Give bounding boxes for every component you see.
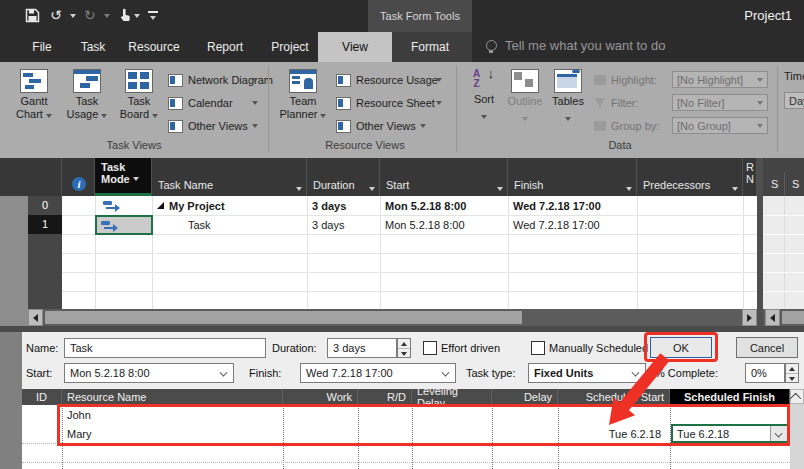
task-other-views-button[interactable]: Other Views <box>168 117 258 135</box>
task-name-cell[interactable]: Task <box>152 215 307 234</box>
filter-dropdown[interactable]: [No Filter] <box>672 94 768 111</box>
gantt-scroll-left-button[interactable] <box>765 309 780 326</box>
start-label: Start: <box>26 367 52 379</box>
team-planner-button[interactable]: Team Planner <box>276 66 330 138</box>
annotation-box-resources <box>57 404 790 446</box>
scroll-right-button[interactable] <box>742 309 757 326</box>
touch-mode-icon[interactable] <box>116 8 131 26</box>
resource-usage-button[interactable]: Resource Usage <box>336 71 442 89</box>
start-combo[interactable]: Mon 5.2.18 8:00 <box>64 363 234 383</box>
row-number[interactable]: 0 <box>28 196 62 216</box>
percent-complete-label: % Complete: <box>655 367 718 379</box>
duration-label: Duration: <box>272 342 317 354</box>
resource-column-header-scheduled-finish[interactable]: Scheduled Finish <box>670 389 790 405</box>
highlight-row: Highlight: <box>594 71 657 89</box>
duration-stepper[interactable] <box>397 338 411 358</box>
row-number-selected[interactable]: 1 <box>28 215 62 234</box>
group-by-dropdown[interactable]: [No Group] <box>672 117 768 134</box>
resource-column-header-delay[interactable]: Delay <box>492 389 558 405</box>
duration-cell[interactable]: 3 days <box>307 196 380 215</box>
finish-cell[interactable]: Wed 7.2.18 17:00 <box>508 215 637 234</box>
manually-scheduled-checkbox[interactable] <box>531 341 545 355</box>
gantt-chart-button[interactable]: Gantt Chart <box>8 66 60 138</box>
group-by-icon <box>594 121 606 131</box>
tab-view[interactable]: View <box>318 32 392 62</box>
effort-driven-checkbox[interactable] <box>423 341 437 355</box>
resource-column-header-scheduled-start[interactable]: Scheduled Start <box>558 389 670 405</box>
undo-dropdown-icon[interactable] <box>70 14 76 18</box>
h-scrollbar-thumb[interactable] <box>45 311 522 324</box>
resource-column-header-leveling-delay[interactable]: Leveling Delay <box>412 389 492 405</box>
column-header-predecessors[interactable]: Predecessors <box>637 158 743 196</box>
tab-resource[interactable]: Resource <box>112 32 196 62</box>
resource-sheet-caret-icon[interactable] <box>436 101 442 105</box>
cancel-button[interactable]: Cancel <box>736 337 798 358</box>
resource-scroll-up-button[interactable] <box>790 389 804 404</box>
tab-project[interactable]: Project <box>252 32 328 62</box>
pane-left-margin <box>0 196 28 326</box>
gantt-day-label: S <box>792 178 799 190</box>
resource-column-header-work[interactable]: Work <box>283 389 358 405</box>
finish-combo[interactable]: Wed 7.2.18 17:00 <box>300 363 456 383</box>
finish-cell[interactable]: Wed 7.2.18 17:00 <box>508 196 637 215</box>
task-mode-cell[interactable] <box>98 196 125 215</box>
column-header-info[interactable]: i <box>62 158 95 196</box>
task-board-icon <box>125 69 153 93</box>
document-title: Project1 <box>744 8 792 23</box>
contextual-tab-group-label: Task Form Tools <box>368 0 472 32</box>
sort-button[interactable]: AZ↓ Sort <box>466 66 502 138</box>
resource-usage-caret-icon[interactable] <box>436 78 442 82</box>
outline-button[interactable]: Outline <box>504 66 546 138</box>
save-icon[interactable] <box>25 8 40 26</box>
start-cell[interactable]: Mon 5.2.18 8:00 <box>380 196 508 215</box>
redo-icon[interactable]: ↻ <box>84 7 96 23</box>
percent-complete-input[interactable]: 0% <box>745 363 785 383</box>
task-type-combo[interactable]: Fixed Units <box>528 363 646 383</box>
resource-column-header-rd[interactable]: R/D <box>358 389 412 405</box>
duration-input[interactable]: 3 days <box>327 338 397 358</box>
gantt-chart-icon <box>20 69 48 93</box>
name-label: Name: <box>26 342 58 354</box>
customize-qat-caret-icon[interactable] <box>150 16 156 20</box>
column-header-duration[interactable]: Duration <box>307 158 380 196</box>
duration-cell[interactable]: 3 days <box>307 215 380 234</box>
select-all-corner[interactable] <box>0 158 62 196</box>
chevron-down-icon <box>632 369 640 377</box>
task-board-button[interactable]: Task Board <box>114 66 164 138</box>
task-usage-button[interactable]: Task Usage <box>62 66 112 138</box>
resource-sheet-button[interactable]: Resource Sheet <box>336 94 439 112</box>
column-header-task-name[interactable]: Task Name <box>152 158 307 196</box>
tab-report[interactable]: Report <box>188 32 262 62</box>
timescale-dropdown[interactable]: Days <box>784 92 804 109</box>
touch-mode-dropdown-icon[interactable] <box>134 14 140 18</box>
redo-dropdown-icon[interactable] <box>104 14 110 18</box>
undo-icon[interactable]: ↺ <box>50 7 62 23</box>
tables-button[interactable]: Tables <box>548 66 588 138</box>
column-header-finish[interactable]: Finish <box>508 158 637 196</box>
task-name-cell[interactable]: My Project <box>152 196 307 215</box>
effort-driven-label: Effort driven <box>441 342 500 354</box>
highlight-dropdown[interactable]: [No Highlight] <box>672 71 768 88</box>
name-input[interactable]: Task <box>64 338 266 358</box>
manually-scheduled-label: Manually Scheduled <box>549 342 648 354</box>
column-header-start[interactable]: Start <box>380 158 508 196</box>
customize-qat-icon[interactable] <box>148 11 158 13</box>
calendar-caret-icon[interactable] <box>252 101 258 105</box>
collapse-triangle-icon[interactable] <box>157 202 164 209</box>
tab-format[interactable]: Format <box>388 32 472 62</box>
calendar-button[interactable]: Calendar <box>168 94 237 112</box>
resource-column-header-id[interactable]: ID <box>22 389 62 405</box>
column-header-task-mode[interactable]: Task Mode <box>95 158 152 196</box>
gantt-h-scrollbar-thumb[interactable] <box>782 311 804 324</box>
resource-column-header-name[interactable]: Resource Name <box>62 389 283 405</box>
tell-me-box[interactable]: Tell me what you want to do <box>486 38 665 53</box>
scroll-left-button[interactable] <box>28 309 43 326</box>
resource-other-views-button[interactable]: Other Views <box>336 117 426 135</box>
percent-complete-stepper[interactable] <box>785 363 799 383</box>
start-cell[interactable]: Mon 5.2.18 8:00 <box>380 215 508 234</box>
network-diagram-caret-icon[interactable] <box>252 78 258 82</box>
network-diagram-button[interactable]: Network Diagram <box>168 71 277 89</box>
group-label-task-views: Task Views <box>0 139 268 151</box>
column-header-resource-names[interactable]: R N <box>743 158 757 196</box>
selected-task-mode-cell[interactable] <box>95 215 153 235</box>
